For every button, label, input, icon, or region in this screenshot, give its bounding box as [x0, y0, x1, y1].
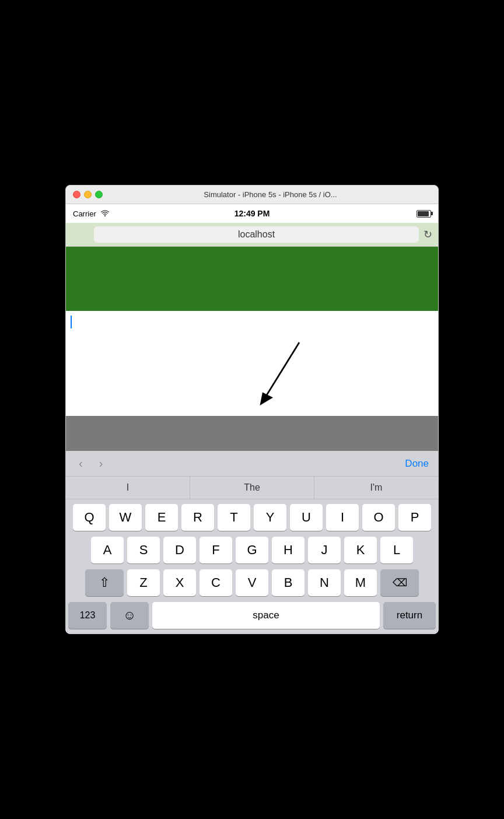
key-k[interactable]: K [344, 537, 377, 564]
gray-separator [66, 416, 438, 451]
autocomplete-item-0[interactable]: I [66, 477, 190, 499]
key-row-1: Q W E R T Y U I O P [68, 504, 436, 531]
key-e[interactable]: E [145, 504, 178, 531]
text-cursor [71, 316, 72, 328]
key-b[interactable]: B [272, 569, 304, 596]
minimize-button[interactable] [84, 191, 92, 198]
key-row-3: ⇧ Z X C V B N M ⌫ [68, 569, 436, 596]
simulator-window: Simulator - iPhone 5s - iPhone 5s / iO..… [65, 185, 439, 634]
svg-point-0 [104, 215, 106, 216]
key-t[interactable]: T [218, 504, 250, 531]
key-j[interactable]: J [308, 537, 341, 564]
reload-button[interactable]: ↻ [424, 228, 432, 241]
svg-line-1 [265, 342, 300, 398]
key-u[interactable]: U [290, 504, 323, 531]
window-title: Simulator - iPhone 5s - iPhone 5s / iO..… [110, 190, 431, 199]
status-right [416, 210, 431, 218]
key-row-bottom: 123 ☺ space return [68, 602, 436, 629]
key-shift[interactable]: ⇧ [85, 569, 124, 596]
key-l[interactable]: L [380, 537, 413, 564]
key-emoji[interactable]: ☺ [110, 602, 149, 629]
key-v[interactable]: V [236, 569, 268, 596]
key-g[interactable]: G [236, 537, 268, 564]
key-c[interactable]: C [200, 569, 232, 596]
key-row-2: A S D F G H J K L [68, 537, 436, 564]
key-delete[interactable]: ⌫ [380, 569, 419, 596]
toolbar-nav: ‹ › [75, 456, 106, 471]
annotation-arrow [66, 311, 438, 416]
key-r[interactable]: R [181, 504, 214, 531]
key-d[interactable]: D [163, 537, 196, 564]
carrier-label: Carrier [73, 209, 96, 218]
key-i[interactable]: I [326, 504, 359, 531]
key-z[interactable]: Z [127, 569, 160, 596]
key-f[interactable]: F [200, 537, 232, 564]
key-q[interactable]: Q [73, 504, 106, 531]
key-numbers[interactable]: 123 [68, 602, 107, 629]
key-h[interactable]: H [272, 537, 304, 564]
key-space[interactable]: space [152, 602, 380, 629]
status-time: 12:49 PM [235, 209, 270, 218]
key-return[interactable]: return [383, 602, 436, 629]
done-button[interactable]: Done [405, 458, 429, 470]
battery-indicator [416, 210, 431, 218]
wifi-icon [100, 210, 110, 217]
key-w[interactable]: W [109, 504, 142, 531]
url-input[interactable] [94, 226, 419, 243]
next-field-button[interactable]: › [96, 456, 107, 471]
key-p[interactable]: P [398, 504, 431, 531]
autocomplete-item-2[interactable]: I'm [314, 477, 438, 499]
key-o[interactable]: O [362, 504, 395, 531]
battery-fill [418, 211, 429, 216]
status-left: Carrier [73, 209, 110, 218]
key-y[interactable]: Y [254, 504, 286, 531]
address-bar: ↻ [66, 223, 438, 247]
key-n[interactable]: N [308, 569, 341, 596]
text-area[interactable] [66, 311, 438, 416]
close-button[interactable] [73, 191, 80, 198]
key-s[interactable]: S [127, 537, 160, 564]
traffic-lights [73, 191, 103, 198]
app-header [66, 247, 438, 311]
prev-field-button[interactable]: ‹ [75, 456, 86, 471]
key-x[interactable]: X [163, 569, 196, 596]
title-bar: Simulator - iPhone 5s - iPhone 5s / iO..… [66, 186, 438, 204]
keyboard: Q W E R T Y U I O P A S D F G H J K [66, 499, 438, 634]
status-bar: Carrier 12:49 PM [66, 204, 438, 223]
iphone-frame: Carrier 12:49 PM ↻ [66, 204, 438, 634]
key-m[interactable]: M [344, 569, 377, 596]
autocomplete-item-1[interactable]: The [190, 477, 314, 499]
text-input-area [66, 311, 438, 416]
svg-marker-2 [260, 393, 274, 406]
key-a[interactable]: A [91, 537, 124, 564]
keyboard-toolbar: ‹ › Done [66, 451, 438, 477]
maximize-button[interactable] [95, 191, 103, 198]
autocomplete-bar: I The I'm [66, 477, 438, 499]
